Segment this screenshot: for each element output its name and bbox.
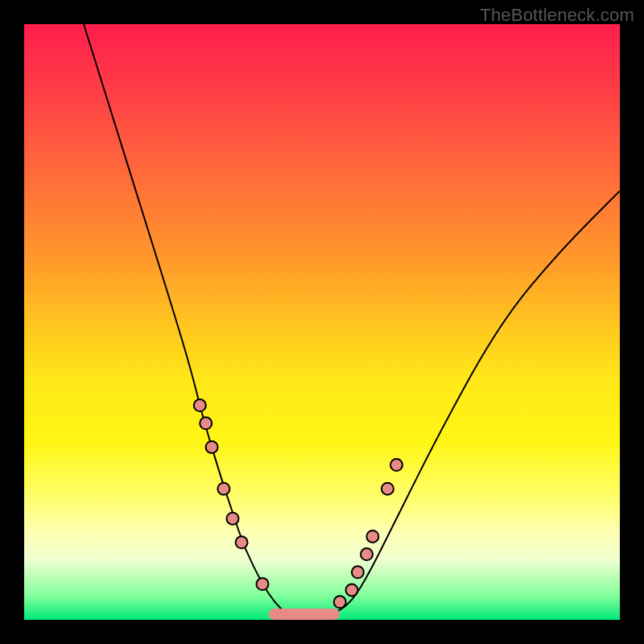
marker-dot bbox=[227, 513, 239, 525]
marker-dot bbox=[334, 596, 346, 608]
marker-dot bbox=[346, 584, 358, 597]
marker-dot bbox=[206, 441, 218, 453]
right-markers bbox=[334, 459, 402, 608]
marker-dot bbox=[257, 578, 269, 590]
plot-area bbox=[24, 24, 620, 620]
marker-dot bbox=[390, 459, 402, 471]
bottleneck-curve bbox=[84, 24, 620, 620]
marker-dot bbox=[361, 548, 373, 560]
marker-dot bbox=[352, 566, 364, 578]
marker-dot bbox=[382, 483, 394, 495]
marker-dot bbox=[236, 536, 248, 548]
watermark-text: TheBottleneck.com bbox=[480, 5, 634, 26]
left-markers bbox=[194, 399, 269, 590]
chart-svg bbox=[24, 24, 620, 620]
marker-dot bbox=[200, 417, 212, 429]
marker-dot bbox=[194, 399, 206, 411]
marker-dot bbox=[217, 483, 229, 495]
marker-dot bbox=[366, 530, 378, 543]
